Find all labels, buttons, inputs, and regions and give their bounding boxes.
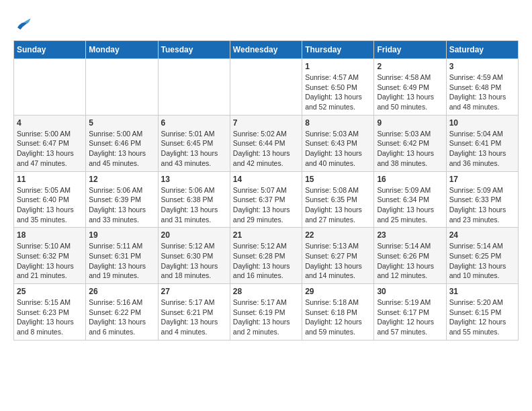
calendar-cell: 30Sunrise: 5:19 AM Sunset: 6:17 PM Dayli… (374, 284, 446, 340)
calendar-header-row: SundayMondayTuesdayWednesdayThursdayFrid… (14, 41, 519, 59)
day-number: 18 (17, 230, 83, 240)
weekday-header-friday: Friday (374, 41, 446, 59)
day-info: Sunrise: 5:12 AM Sunset: 6:28 PM Dayligh… (233, 241, 299, 281)
calendar-cell: 29Sunrise: 5:18 AM Sunset: 6:18 PM Dayli… (302, 284, 374, 340)
calendar-cell: 23Sunrise: 5:14 AM Sunset: 6:26 PM Dayli… (374, 228, 446, 284)
day-number: 5 (89, 118, 154, 128)
day-number: 16 (377, 175, 443, 184)
calendar-cell: 18Sunrise: 5:10 AM Sunset: 6:32 PM Dayli… (14, 228, 86, 284)
weekday-header-tuesday: Tuesday (158, 41, 230, 59)
day-info: Sunrise: 5:12 AM Sunset: 6:30 PM Dayligh… (161, 241, 227, 281)
calendar-cell: 4Sunrise: 5:00 AM Sunset: 6:47 PM Daylig… (14, 115, 86, 171)
day-number: 24 (449, 230, 515, 240)
day-info: Sunrise: 5:16 AM Sunset: 6:22 PM Dayligh… (89, 298, 154, 337)
header-section (13, 13, 519, 34)
day-number: 9 (377, 118, 443, 128)
weekday-header-monday: Monday (86, 41, 158, 59)
day-number: 31 (449, 287, 515, 296)
day-number: 17 (449, 175, 515, 184)
day-info: Sunrise: 5:08 AM Sunset: 6:35 PM Dayligh… (305, 185, 371, 225)
calendar-cell: 21Sunrise: 5:12 AM Sunset: 6:28 PM Dayli… (230, 228, 302, 284)
calendar-week-4: 18Sunrise: 5:10 AM Sunset: 6:32 PM Dayli… (14, 228, 519, 284)
calendar-cell: 20Sunrise: 5:12 AM Sunset: 6:30 PM Dayli… (158, 228, 230, 284)
logo-icon (13, 13, 34, 34)
calendar: SundayMondayTuesdayWednesdayThursdayFrid… (13, 40, 519, 340)
day-number: 11 (17, 175, 83, 184)
calendar-cell: 31Sunrise: 5:20 AM Sunset: 6:15 PM Dayli… (446, 284, 518, 340)
calendar-cell: 12Sunrise: 5:06 AM Sunset: 6:39 PM Dayli… (86, 171, 158, 228)
day-info: Sunrise: 5:20 AM Sunset: 6:15 PM Dayligh… (449, 298, 515, 337)
day-number: 28 (233, 287, 299, 296)
day-info: Sunrise: 5:17 AM Sunset: 6:21 PM Dayligh… (161, 298, 227, 337)
day-info: Sunrise: 5:02 AM Sunset: 6:44 PM Dayligh… (233, 129, 299, 169)
calendar-cell: 1Sunrise: 4:57 AM Sunset: 6:50 PM Daylig… (302, 59, 374, 116)
calendar-cell: 14Sunrise: 5:07 AM Sunset: 6:37 PM Dayli… (230, 171, 302, 228)
day-number: 3 (449, 62, 515, 71)
calendar-cell (14, 59, 86, 116)
day-number: 1 (305, 62, 371, 71)
calendar-week-5: 25Sunrise: 5:15 AM Sunset: 6:23 PM Dayli… (14, 284, 519, 340)
day-number: 14 (233, 175, 299, 184)
day-info: Sunrise: 4:59 AM Sunset: 6:48 PM Dayligh… (449, 73, 515, 112)
day-info: Sunrise: 5:09 AM Sunset: 6:34 PM Dayligh… (377, 185, 443, 225)
day-info: Sunrise: 5:00 AM Sunset: 6:46 PM Dayligh… (89, 129, 154, 169)
day-info: Sunrise: 5:04 AM Sunset: 6:41 PM Dayligh… (449, 129, 515, 169)
calendar-cell: 11Sunrise: 5:05 AM Sunset: 6:40 PM Dayli… (14, 171, 86, 228)
day-number: 21 (233, 230, 299, 240)
calendar-cell: 28Sunrise: 5:17 AM Sunset: 6:19 PM Dayli… (230, 284, 302, 340)
day-info: Sunrise: 5:01 AM Sunset: 6:45 PM Dayligh… (161, 129, 227, 169)
calendar-week-3: 11Sunrise: 5:05 AM Sunset: 6:40 PM Dayli… (14, 171, 519, 228)
day-info: Sunrise: 5:03 AM Sunset: 6:43 PM Dayligh… (305, 129, 371, 169)
day-number: 2 (377, 62, 443, 71)
calendar-cell: 24Sunrise: 5:14 AM Sunset: 6:25 PM Dayli… (446, 228, 518, 284)
weekday-header-thursday: Thursday (302, 41, 374, 59)
day-number: 6 (161, 118, 227, 128)
day-info: Sunrise: 5:09 AM Sunset: 6:33 PM Dayligh… (449, 185, 515, 225)
day-info: Sunrise: 5:10 AM Sunset: 6:32 PM Dayligh… (17, 241, 83, 281)
day-info: Sunrise: 5:06 AM Sunset: 6:38 PM Dayligh… (161, 185, 227, 225)
day-info: Sunrise: 5:13 AM Sunset: 6:27 PM Dayligh… (305, 241, 371, 281)
logo (13, 13, 36, 34)
calendar-cell (86, 59, 158, 116)
calendar-cell: 15Sunrise: 5:08 AM Sunset: 6:35 PM Dayli… (302, 171, 374, 228)
calendar-cell: 2Sunrise: 4:58 AM Sunset: 6:49 PM Daylig… (374, 59, 446, 116)
calendar-cell: 16Sunrise: 5:09 AM Sunset: 6:34 PM Dayli… (374, 171, 446, 228)
day-number: 19 (89, 230, 154, 240)
day-info: Sunrise: 5:03 AM Sunset: 6:42 PM Dayligh… (377, 129, 443, 169)
day-number: 7 (233, 118, 299, 128)
day-info: Sunrise: 5:06 AM Sunset: 6:39 PM Dayligh… (89, 185, 154, 225)
day-number: 22 (305, 230, 371, 240)
day-number: 23 (377, 230, 443, 240)
day-number: 26 (89, 287, 154, 296)
day-number: 10 (449, 118, 515, 128)
day-number: 8 (305, 118, 371, 128)
calendar-cell: 5Sunrise: 5:00 AM Sunset: 6:46 PM Daylig… (86, 115, 158, 171)
day-info: Sunrise: 4:58 AM Sunset: 6:49 PM Dayligh… (377, 73, 443, 112)
day-info: Sunrise: 5:11 AM Sunset: 6:31 PM Dayligh… (89, 241, 154, 281)
day-info: Sunrise: 5:07 AM Sunset: 6:37 PM Dayligh… (233, 185, 299, 225)
calendar-cell: 27Sunrise: 5:17 AM Sunset: 6:21 PM Dayli… (158, 284, 230, 340)
day-info: Sunrise: 5:14 AM Sunset: 6:25 PM Dayligh… (449, 241, 515, 281)
day-info: Sunrise: 5:00 AM Sunset: 6:47 PM Dayligh… (17, 129, 83, 169)
day-number: 27 (161, 287, 227, 296)
calendar-cell: 22Sunrise: 5:13 AM Sunset: 6:27 PM Dayli… (302, 228, 374, 284)
day-number: 25 (17, 287, 83, 296)
calendar-cell: 3Sunrise: 4:59 AM Sunset: 6:48 PM Daylig… (446, 59, 518, 116)
weekday-header-saturday: Saturday (446, 41, 518, 59)
calendar-cell: 13Sunrise: 5:06 AM Sunset: 6:38 PM Dayli… (158, 171, 230, 228)
calendar-cell: 9Sunrise: 5:03 AM Sunset: 6:42 PM Daylig… (374, 115, 446, 171)
day-info: Sunrise: 5:19 AM Sunset: 6:17 PM Dayligh… (377, 298, 443, 337)
day-info: Sunrise: 5:17 AM Sunset: 6:19 PM Dayligh… (233, 298, 299, 337)
calendar-cell: 7Sunrise: 5:02 AM Sunset: 6:44 PM Daylig… (230, 115, 302, 171)
day-number: 12 (89, 175, 154, 184)
day-info: Sunrise: 5:18 AM Sunset: 6:18 PM Dayligh… (305, 298, 371, 337)
calendar-cell: 6Sunrise: 5:01 AM Sunset: 6:45 PM Daylig… (158, 115, 230, 171)
day-number: 13 (161, 175, 227, 184)
day-info: Sunrise: 4:57 AM Sunset: 6:50 PM Dayligh… (305, 73, 371, 112)
weekday-header-sunday: Sunday (14, 41, 86, 59)
day-info: Sunrise: 5:14 AM Sunset: 6:26 PM Dayligh… (377, 241, 443, 281)
day-number: 4 (17, 118, 83, 128)
day-number: 15 (305, 175, 371, 184)
day-number: 20 (161, 230, 227, 240)
calendar-cell: 26Sunrise: 5:16 AM Sunset: 6:22 PM Dayli… (86, 284, 158, 340)
